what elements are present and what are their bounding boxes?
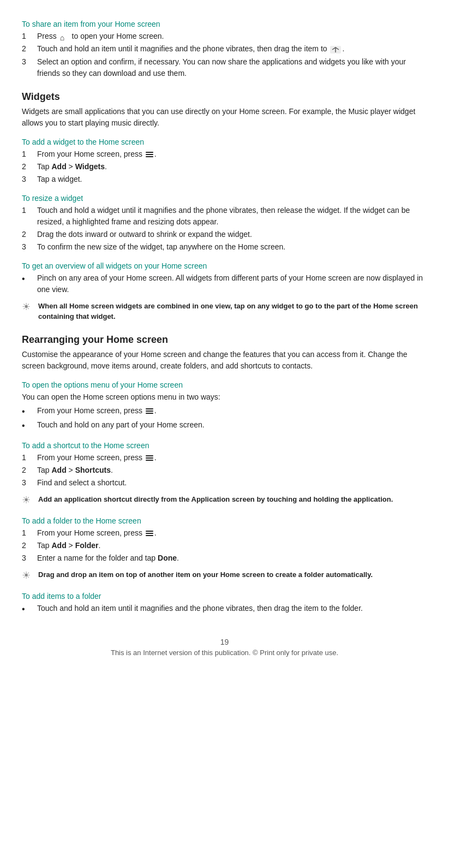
list-item: From your Home screen, press .	[22, 527, 427, 539]
list-item-text: From your Home screen, press .	[37, 148, 157, 160]
tip-folder: ☀ Drag and drop an item on top of anothe…	[22, 569, 427, 583]
section-add-folder: To add a folder to the Home screen From …	[22, 516, 427, 564]
menu-icon	[146, 152, 153, 157]
list-item: From your Home screen, press .	[22, 148, 427, 160]
list-item-text: Find and select a shortcut.	[37, 477, 127, 489]
tip-icon: ☀	[22, 568, 34, 583]
page-content: To share an item from your Home screen P…	[22, 20, 427, 657]
section-heading-add-widget: To add a widget to the Home screen	[22, 138, 427, 146]
overview-widgets-list: Pinch on any area of your Home screen. A…	[22, 272, 427, 295]
tip-text: Add an application shortcut directly fro…	[38, 494, 393, 505]
tip-icon: ☀	[22, 493, 34, 508]
list-item-text: Enter a name for the folder and tap Done…	[37, 552, 179, 564]
list-item: Press ⌂ to open your Home screen.	[22, 31, 427, 42]
share-icon	[330, 44, 341, 55]
section-add-items-folder: To add items to a folder Touch and hold …	[22, 592, 427, 616]
section-heading-add-items-folder: To add items to a folder	[22, 592, 427, 601]
section-overview-widgets: To get an overview of all widgets on you…	[22, 261, 427, 295]
page-number: 19	[22, 638, 427, 646]
menu-icon	[146, 408, 153, 414]
list-item: From your Home screen, press .	[22, 405, 427, 418]
section-heading-resize-widget: To resize a widget	[22, 194, 427, 203]
list-item: Select an option and confirm, if necessa…	[22, 56, 427, 79]
list-item: From your Home screen, press .	[22, 452, 427, 463]
widgets-description: Widgets are small applications that you …	[22, 106, 427, 129]
section-heading-overview-widgets: To get an overview of all widgets on you…	[22, 261, 427, 270]
section-heading-rearranging: Rearranging your Home screen	[22, 334, 427, 346]
list-item: Find and select a shortcut.	[22, 477, 427, 489]
list-item-text: To confirm the new size of the widget, t…	[37, 241, 285, 253]
list-item-text: Tap Add > Widgets.	[37, 161, 107, 173]
section-heading-open-options: To open the options menu of your Home sc…	[22, 381, 427, 389]
list-item: Pinch on any area of your Home screen. A…	[22, 272, 427, 295]
rearranging-description: Customise the appearance of your Home sc…	[22, 349, 427, 372]
tip-text: Drag and drop an item on top of another …	[38, 569, 373, 580]
add-items-folder-list: Touch and hold an item until it magnifie…	[22, 603, 427, 616]
list-item-text: From your Home screen, press .	[37, 527, 157, 539]
open-options-list: From your Home screen, press . Touch and…	[22, 405, 427, 432]
menu-icon	[146, 531, 153, 536]
list-item-text: Drag the dots inward or outward to shrin…	[37, 229, 252, 240]
list-item: Tap a widget.	[22, 174, 427, 185]
share-item-list: Press ⌂ to open your Home screen. Touch …	[22, 31, 427, 79]
section-heading-add-shortcut: To add a shortcut to the Home screen	[22, 441, 427, 450]
section-add-widget: To add a widget to the Home screen From …	[22, 138, 427, 185]
list-item: Touch and hold an item until it magnifie…	[22, 43, 427, 55]
tip-widgets-combined: ☀ When all Home screen widgets are combi…	[22, 301, 427, 322]
tip-icon: ☀	[22, 300, 34, 314]
list-item-text: From your Home screen, press .	[37, 405, 157, 417]
list-item-text: Touch and hold an item until it magnifie…	[37, 43, 344, 55]
section-heading-share: To share an item from your Home screen	[22, 20, 427, 28]
add-folder-list: From your Home screen, press . Tap Add >…	[22, 527, 427, 564]
section-open-options: To open the options menu of your Home sc…	[22, 381, 427, 432]
open-options-intro: You can open the Home screen options men…	[22, 391, 427, 403]
section-rearranging: Rearranging your Home screen Customise t…	[22, 334, 427, 372]
list-item-text: Press ⌂ to open your Home screen.	[37, 31, 164, 42]
add-shortcut-list: From your Home screen, press . Tap Add >…	[22, 452, 427, 489]
list-item: Tap Add > Shortcuts.	[22, 465, 427, 476]
menu-icon	[146, 455, 153, 461]
home-icon: ⌂	[60, 32, 69, 41]
list-item: To confirm the new size of the widget, t…	[22, 241, 427, 253]
section-heading-add-folder: To add a folder to the Home screen	[22, 516, 427, 525]
list-item: Drag the dots inward or outward to shrin…	[22, 229, 427, 240]
list-item-text: From your Home screen, press .	[37, 452, 157, 463]
resize-widget-list: Touch and hold a widget until it magnifi…	[22, 205, 427, 253]
page-footer: 19 This is an Internet version of this p…	[22, 638, 427, 657]
list-item: Touch and hold an item until it magnifie…	[22, 603, 427, 616]
list-item: Tap Add > Folder.	[22, 540, 427, 551]
list-item-text: Touch and hold a widget until it magnifi…	[37, 205, 427, 228]
list-item-text: Touch and hold on any part of your Home …	[37, 419, 205, 431]
list-item-text: Pinch on any area of your Home screen. A…	[37, 272, 427, 295]
section-add-shortcut: To add a shortcut to the Home screen Fro…	[22, 441, 427, 489]
list-item-text: Select an option and confirm, if necessa…	[37, 56, 427, 79]
tip-text: When all Home screen widgets are combine…	[38, 301, 427, 322]
list-item: Tap Add > Widgets.	[22, 161, 427, 173]
section-share-item: To share an item from your Home screen P…	[22, 20, 427, 79]
list-item-text: Tap Add > Shortcuts.	[37, 465, 113, 476]
section-widgets: Widgets Widgets are small applications t…	[22, 91, 427, 129]
section-heading-widgets: Widgets	[22, 91, 427, 103]
list-item: Enter a name for the folder and tap Done…	[22, 552, 427, 564]
list-item-text: Touch and hold an item until it magnifie…	[37, 603, 363, 614]
list-item-text: Tap Add > Folder.	[37, 540, 100, 551]
tip-shortcut: ☀ Add an application shortcut directly f…	[22, 494, 427, 508]
list-item: Touch and hold on any part of your Home …	[22, 419, 427, 432]
section-resize-widget: To resize a widget Touch and hold a widg…	[22, 194, 427, 253]
footer-footnote: This is an Internet version of this publ…	[111, 649, 338, 657]
add-widget-list: From your Home screen, press . Tap Add >…	[22, 148, 427, 185]
list-item: Touch and hold a widget until it magnifi…	[22, 205, 427, 228]
list-item-text: Tap a widget.	[37, 174, 82, 185]
